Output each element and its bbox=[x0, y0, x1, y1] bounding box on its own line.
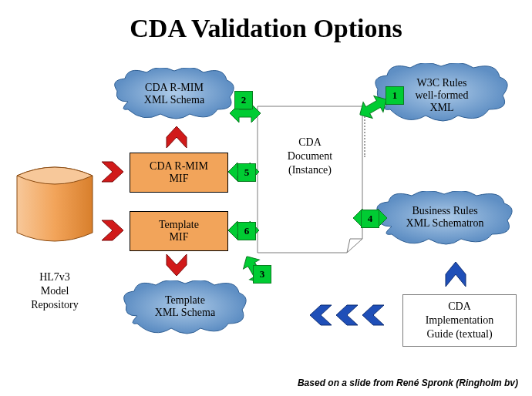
svg-marker-10 bbox=[310, 305, 332, 325]
cloud-rmim-schema-label: CDA R-MIMXML Schema bbox=[113, 68, 236, 106]
blue-chevron-3 bbox=[359, 304, 386, 327]
badge-5: 5 bbox=[237, 163, 256, 182]
footer-credit: Based on a slide from René Spronk (Ringh… bbox=[298, 378, 518, 388]
repository-label: HL7v3ModelRepository bbox=[14, 249, 96, 312]
repository-cylinder: HL7v3ModelRepository bbox=[14, 163, 96, 245]
svg-marker-9 bbox=[167, 254, 187, 276]
svg-marker-8 bbox=[167, 126, 187, 148]
red-chevron-up bbox=[165, 123, 188, 149]
blue-chevron-2 bbox=[333, 304, 359, 327]
red-chevron-1 bbox=[100, 160, 125, 183]
badge-2: 2 bbox=[234, 91, 253, 109]
svg-marker-7 bbox=[102, 220, 123, 240]
box-template-mif: TemplateMIF bbox=[130, 211, 228, 251]
badge-6: 6 bbox=[237, 222, 256, 240]
guide-box: CDAImplementationGuide (textual) bbox=[402, 294, 517, 347]
cloud-template-schema: TemplateXML Schema bbox=[122, 280, 248, 334]
red-chevron-2 bbox=[100, 219, 125, 242]
box-rmim-mif-label: CDA R-MIMMIF bbox=[150, 160, 208, 185]
badge-1: 1 bbox=[386, 86, 404, 105]
document-instance: CDADocument(Instance) bbox=[256, 105, 364, 254]
guide-label: CDAImplementationGuide (textual) bbox=[426, 300, 494, 341]
svg-marker-13 bbox=[446, 262, 466, 287]
cloud-business-rules-label: Business RulesXML Schematron bbox=[375, 191, 515, 230]
cloud-business-rules: Business RulesXML Schematron bbox=[375, 191, 515, 245]
badge-3: 3 bbox=[253, 265, 271, 284]
cloud-template-schema-label: TemplateXML Schema bbox=[122, 280, 248, 319]
blue-chevron-up bbox=[444, 259, 467, 288]
box-template-mif-label: TemplateMIF bbox=[159, 219, 199, 243]
blue-chevron-1 bbox=[307, 304, 333, 327]
diagram-stage: CDA Validation Options HL7v3ModelReposit… bbox=[0, 0, 532, 396]
svg-marker-11 bbox=[336, 305, 358, 325]
box-rmim-mif: CDA R-MIMMIF bbox=[130, 153, 228, 193]
svg-marker-12 bbox=[362, 305, 384, 325]
badge-4: 4 bbox=[361, 210, 379, 228]
page-title: CDA Validation Options bbox=[0, 14, 532, 43]
svg-marker-6 bbox=[102, 162, 123, 182]
document-label: CDADocument(Instance) bbox=[256, 105, 364, 177]
cloud-rmim-schema: CDA R-MIMXML Schema bbox=[113, 68, 236, 120]
red-chevron-down bbox=[165, 253, 188, 279]
